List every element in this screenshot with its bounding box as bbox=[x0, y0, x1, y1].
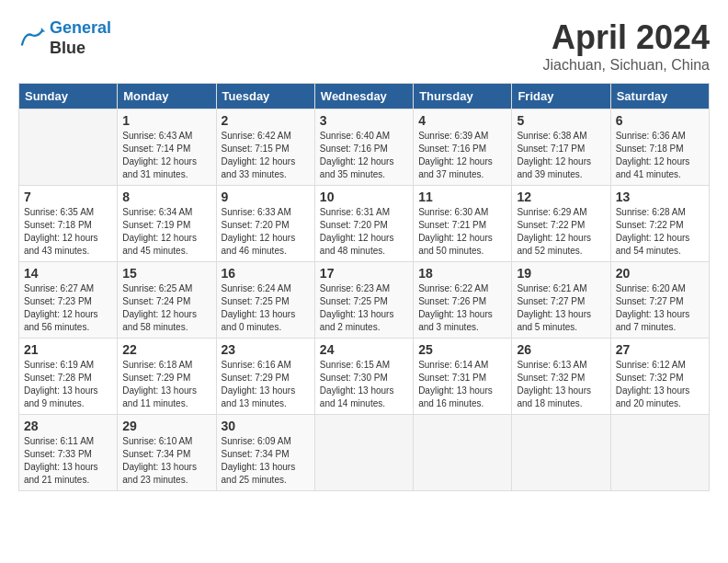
weekday-header-wednesday: Wednesday bbox=[314, 84, 413, 109]
day-number: 8 bbox=[122, 190, 210, 204]
calendar-cell: 3Sunrise: 6:40 AMSunset: 7:16 PMDaylight… bbox=[314, 109, 413, 186]
day-info: Sunrise: 6:29 AMSunset: 7:22 PMDaylight:… bbox=[517, 206, 605, 258]
day-info: Sunrise: 6:28 AMSunset: 7:22 PMDaylight:… bbox=[616, 206, 704, 258]
calendar-cell: 15Sunrise: 6:25 AMSunset: 7:24 PMDayligh… bbox=[118, 262, 216, 339]
day-info: Sunrise: 6:24 AMSunset: 7:25 PMDaylight:… bbox=[222, 282, 310, 334]
calendar-cell: 9Sunrise: 6:33 AMSunset: 7:20 PMDaylight… bbox=[216, 186, 314, 262]
day-info: Sunrise: 6:11 AMSunset: 7:33 PMDaylight:… bbox=[24, 435, 112, 487]
day-number: 13 bbox=[616, 190, 704, 204]
day-info: Sunrise: 6:43 AMSunset: 7:14 PMDaylight:… bbox=[122, 130, 210, 181]
day-number: 11 bbox=[418, 190, 506, 204]
day-number: 24 bbox=[320, 342, 408, 357]
calendar-cell: 14Sunrise: 6:27 AMSunset: 7:23 PMDayligh… bbox=[19, 262, 118, 339]
day-info: Sunrise: 6:31 AMSunset: 7:20 PMDaylight:… bbox=[320, 206, 408, 258]
day-info: Sunrise: 6:15 AMSunset: 7:30 PMDaylight:… bbox=[320, 359, 408, 410]
calendar-cell bbox=[19, 109, 118, 186]
weekday-header-row: SundayMondayTuesdayWednesdayThursdayFrid… bbox=[19, 84, 710, 109]
day-number: 18 bbox=[418, 266, 506, 281]
day-number: 28 bbox=[24, 419, 112, 433]
day-number: 4 bbox=[418, 113, 506, 128]
day-number: 27 bbox=[616, 342, 704, 357]
day-number: 9 bbox=[222, 190, 310, 204]
day-number: 22 bbox=[122, 342, 210, 357]
day-info: Sunrise: 6:38 AMSunset: 7:17 PMDaylight:… bbox=[517, 130, 605, 181]
calendar-cell: 27Sunrise: 6:12 AMSunset: 7:32 PMDayligh… bbox=[610, 339, 709, 415]
day-number: 5 bbox=[517, 113, 605, 128]
calendar-cell: 23Sunrise: 6:16 AMSunset: 7:29 PMDayligh… bbox=[216, 339, 314, 415]
day-info: Sunrise: 6:39 AMSunset: 7:16 PMDaylight:… bbox=[418, 130, 506, 181]
logo-icon bbox=[18, 25, 46, 52]
calendar-cell bbox=[512, 415, 610, 491]
day-info: Sunrise: 6:40 AMSunset: 7:16 PMDaylight:… bbox=[320, 130, 408, 181]
day-number: 2 bbox=[222, 113, 310, 128]
logo-text: General Blue bbox=[50, 18, 111, 58]
weekday-header-thursday: Thursday bbox=[414, 84, 512, 109]
calendar-cell: 10Sunrise: 6:31 AMSunset: 7:20 PMDayligh… bbox=[314, 186, 413, 262]
calendar-week-row: 7Sunrise: 6:35 AMSunset: 7:18 PMDaylight… bbox=[19, 186, 710, 262]
day-info: Sunrise: 6:42 AMSunset: 7:15 PMDaylight:… bbox=[222, 130, 310, 181]
calendar-cell: 22Sunrise: 6:18 AMSunset: 7:29 PMDayligh… bbox=[118, 339, 216, 415]
day-number: 17 bbox=[320, 266, 408, 281]
calendar-cell: 5Sunrise: 6:38 AMSunset: 7:17 PMDaylight… bbox=[512, 109, 610, 186]
calendar-week-row: 14Sunrise: 6:27 AMSunset: 7:23 PMDayligh… bbox=[19, 262, 710, 339]
day-info: Sunrise: 6:36 AMSunset: 7:18 PMDaylight:… bbox=[616, 130, 704, 181]
calendar-cell: 4Sunrise: 6:39 AMSunset: 7:16 PMDaylight… bbox=[414, 109, 512, 186]
day-number: 10 bbox=[320, 190, 408, 204]
weekday-header-friday: Friday bbox=[512, 84, 610, 109]
day-info: Sunrise: 6:35 AMSunset: 7:18 PMDaylight:… bbox=[24, 206, 112, 258]
day-number: 15 bbox=[122, 266, 210, 281]
weekday-header-monday: Monday bbox=[118, 84, 216, 109]
day-info: Sunrise: 6:33 AMSunset: 7:20 PMDaylight:… bbox=[222, 206, 310, 258]
calendar-cell: 6Sunrise: 6:36 AMSunset: 7:18 PMDaylight… bbox=[610, 109, 709, 186]
svg-marker-1 bbox=[41, 28, 46, 32]
calendar-cell: 18Sunrise: 6:22 AMSunset: 7:26 PMDayligh… bbox=[414, 262, 512, 339]
calendar-cell: 11Sunrise: 6:30 AMSunset: 7:21 PMDayligh… bbox=[414, 186, 512, 262]
calendar-table: SundayMondayTuesdayWednesdayThursdayFrid… bbox=[18, 83, 710, 491]
day-info: Sunrise: 6:16 AMSunset: 7:29 PMDaylight:… bbox=[222, 359, 310, 410]
calendar-cell: 25Sunrise: 6:14 AMSunset: 7:31 PMDayligh… bbox=[414, 339, 512, 415]
calendar-cell: 12Sunrise: 6:29 AMSunset: 7:22 PMDayligh… bbox=[512, 186, 610, 262]
calendar-cell: 21Sunrise: 6:19 AMSunset: 7:28 PMDayligh… bbox=[19, 339, 118, 415]
day-number: 19 bbox=[517, 266, 605, 281]
location-title: Jiachuan, Sichuan, China bbox=[543, 57, 710, 74]
weekday-header-saturday: Saturday bbox=[610, 84, 709, 109]
day-number: 26 bbox=[517, 342, 605, 357]
calendar-cell: 20Sunrise: 6:20 AMSunset: 7:27 PMDayligh… bbox=[610, 262, 709, 339]
day-info: Sunrise: 6:10 AMSunset: 7:34 PMDaylight:… bbox=[122, 435, 210, 487]
day-number: 25 bbox=[418, 342, 506, 357]
day-info: Sunrise: 6:20 AMSunset: 7:27 PMDaylight:… bbox=[616, 282, 704, 334]
calendar-cell: 19Sunrise: 6:21 AMSunset: 7:27 PMDayligh… bbox=[512, 262, 610, 339]
title-block: April 2024 Jiachuan, Sichuan, China bbox=[543, 18, 710, 74]
day-info: Sunrise: 6:14 AMSunset: 7:31 PMDaylight:… bbox=[418, 359, 506, 410]
calendar-cell: 29Sunrise: 6:10 AMSunset: 7:34 PMDayligh… bbox=[118, 415, 216, 491]
day-info: Sunrise: 6:13 AMSunset: 7:32 PMDaylight:… bbox=[517, 359, 605, 410]
day-number: 20 bbox=[616, 266, 704, 281]
weekday-header-sunday: Sunday bbox=[19, 84, 118, 109]
day-number: 23 bbox=[222, 342, 310, 357]
day-info: Sunrise: 6:22 AMSunset: 7:26 PMDaylight:… bbox=[418, 282, 506, 334]
day-number: 1 bbox=[122, 113, 210, 128]
page-header: General Blue April 2024 Jiachuan, Sichua… bbox=[18, 18, 710, 74]
day-info: Sunrise: 6:27 AMSunset: 7:23 PMDaylight:… bbox=[24, 282, 112, 334]
day-number: 16 bbox=[222, 266, 310, 281]
day-number: 30 bbox=[222, 419, 310, 433]
calendar-week-row: 1Sunrise: 6:43 AMSunset: 7:14 PMDaylight… bbox=[19, 109, 710, 186]
day-info: Sunrise: 6:12 AMSunset: 7:32 PMDaylight:… bbox=[616, 359, 704, 410]
calendar-cell: 8Sunrise: 6:34 AMSunset: 7:19 PMDaylight… bbox=[118, 186, 216, 262]
calendar-cell: 17Sunrise: 6:23 AMSunset: 7:25 PMDayligh… bbox=[314, 262, 413, 339]
day-info: Sunrise: 6:25 AMSunset: 7:24 PMDaylight:… bbox=[122, 282, 210, 334]
weekday-header-tuesday: Tuesday bbox=[216, 84, 314, 109]
calendar-cell bbox=[414, 415, 512, 491]
calendar-cell: 2Sunrise: 6:42 AMSunset: 7:15 PMDaylight… bbox=[216, 109, 314, 186]
day-number: 21 bbox=[24, 342, 112, 357]
month-title: April 2024 bbox=[543, 18, 710, 57]
calendar-cell: 1Sunrise: 6:43 AMSunset: 7:14 PMDaylight… bbox=[118, 109, 216, 186]
calendar-cell: 7Sunrise: 6:35 AMSunset: 7:18 PMDaylight… bbox=[19, 186, 118, 262]
day-number: 6 bbox=[616, 113, 704, 128]
day-number: 3 bbox=[320, 113, 408, 128]
logo: General Blue bbox=[18, 18, 111, 58]
day-info: Sunrise: 6:21 AMSunset: 7:27 PMDaylight:… bbox=[517, 282, 605, 334]
calendar-cell bbox=[610, 415, 709, 491]
day-number: 7 bbox=[24, 190, 112, 204]
day-info: Sunrise: 6:34 AMSunset: 7:19 PMDaylight:… bbox=[122, 206, 210, 258]
